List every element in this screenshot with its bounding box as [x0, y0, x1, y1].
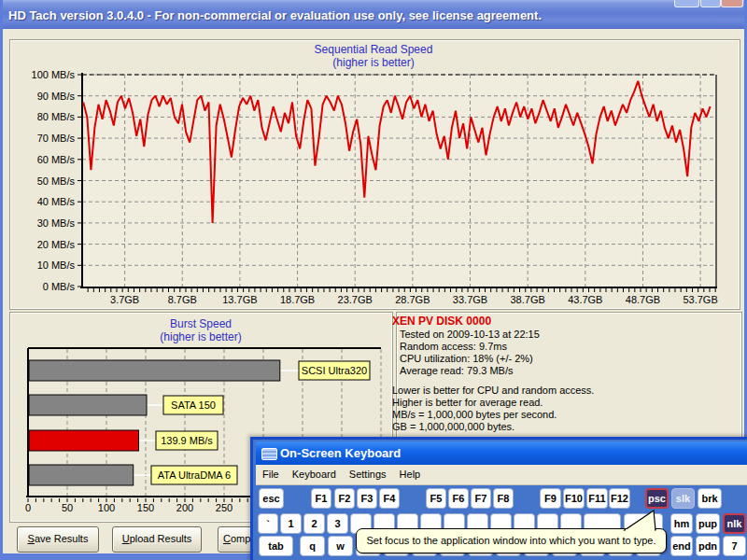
osk-key-`[interactable]: `	[258, 513, 278, 534]
osk-key-F2[interactable]: F2	[334, 488, 355, 509]
osk-key-slk[interactable]: slk	[671, 488, 695, 509]
minimize-button[interactable]	[674, 0, 699, 7]
osk-key-7[interactable]: 7	[723, 536, 746, 556]
osk-key-hm[interactable]: hm	[670, 513, 693, 534]
osk-menubar: FileKeyboardSettingsHelp	[256, 465, 747, 485]
osk-key-F9[interactable]: F9	[540, 488, 561, 509]
info-detail-line: Average read: 79.3 MB/s	[400, 365, 540, 377]
screen: { "window": { "title": "HD Tach version …	[0, 0, 747, 560]
burst-chart-subtitle: (higher is better)	[14, 330, 388, 343]
osk-key-psc[interactable]: psc	[645, 488, 669, 509]
upload-results-button[interactable]: Upload Results	[112, 526, 202, 553]
osk-key-q[interactable]: q	[300, 536, 325, 556]
close-button[interactable]	[721, 0, 743, 7]
osk-menu-settings[interactable]: Settings	[343, 465, 393, 480]
on-screen-keyboard-window: On-Screen Keyboard FileKeyboardSettingsH…	[250, 437, 747, 560]
osk-key-w[interactable]: w	[328, 536, 353, 556]
info-detail-line: Random access: 9.7ms	[400, 341, 540, 353]
osk-key-esc[interactable]: esc	[259, 488, 284, 509]
sequential-read-panel	[9, 39, 740, 310]
osk-key-F8[interactable]: F8	[493, 488, 514, 509]
window-border-left	[0, 0, 3, 560]
osk-key-F1[interactable]: F1	[311, 488, 331, 509]
info-notes: Lower is better for CPU and random acces…	[392, 385, 594, 433]
osk-window-title: On-Screen Keyboard	[280, 446, 401, 460]
osk-key-F11[interactable]: F11	[586, 488, 608, 509]
osk-key-F6[interactable]: F6	[448, 488, 469, 509]
tooltip-tail	[617, 509, 662, 533]
osk-key-F5[interactable]: F5	[426, 488, 446, 509]
osk-key-pup[interactable]: pup	[696, 513, 720, 534]
osk-key-nlk[interactable]: nlk	[723, 513, 746, 534]
seq-chart-subtitle: (higher is better)	[93, 56, 654, 69]
osk-key-2[interactable]: 2	[303, 513, 325, 534]
osk-key-F12[interactable]: F12	[609, 488, 630, 509]
info-note-line: GB = 1,000,000,000 bytes.	[392, 421, 594, 433]
osk-key-tab[interactable]: tab	[259, 536, 293, 556]
keyboard-icon	[261, 448, 277, 460]
osk-titlebar[interactable]: On-Screen Keyboard	[256, 441, 747, 465]
info-note-line: Lower is better for CPU and random acces…	[392, 385, 594, 397]
osk-menu-keyboard[interactable]: Keyboard	[286, 465, 343, 480]
osk-key-brk[interactable]: brk	[698, 488, 722, 509]
device-name: XEN PV DISK 0000	[392, 315, 491, 328]
seq-chart-title: Sequential Read Speed	[93, 43, 654, 56]
osk-key-F10[interactable]: F10	[563, 488, 585, 509]
osk-key-end[interactable]: end	[670, 536, 693, 556]
info-note-line: Higher is better for average read.	[392, 397, 594, 409]
burst-chart-title: Burst Speed	[14, 317, 388, 330]
hdtach-window-title: HD Tach version 3.0.4.0 - For non-commer…	[8, 8, 542, 22]
osk-key-F4[interactable]: F4	[379, 488, 400, 509]
osk-key-1[interactable]: 1	[280, 513, 302, 534]
osk-key-pdn[interactable]: pdn	[696, 536, 720, 556]
info-detail-line: CPU utilization: 18% (+/- 2%)	[400, 353, 540, 365]
info-note-line: MB/s = 1,000,000 bytes per second.	[392, 409, 594, 421]
osk-menu-help[interactable]: Help	[393, 465, 428, 480]
osk-key-F7[interactable]: F7	[471, 488, 491, 509]
save-results-button[interactable]: Save Results	[17, 526, 99, 553]
maximize-button[interactable]	[700, 0, 721, 7]
osk-menu-file[interactable]: File	[256, 465, 286, 480]
osk-key-3[interactable]: 3	[327, 513, 348, 534]
osk-key-F3[interactable]: F3	[357, 488, 377, 509]
test-details: Tested on 2009-10-13 at 22:15Random acce…	[400, 329, 540, 377]
hdtach-titlebar[interactable]: HD Tach version 3.0.4.0 - For non-commer…	[0, 0, 747, 29]
info-detail-line: Tested on 2009-10-13 at 22:15	[400, 329, 540, 341]
